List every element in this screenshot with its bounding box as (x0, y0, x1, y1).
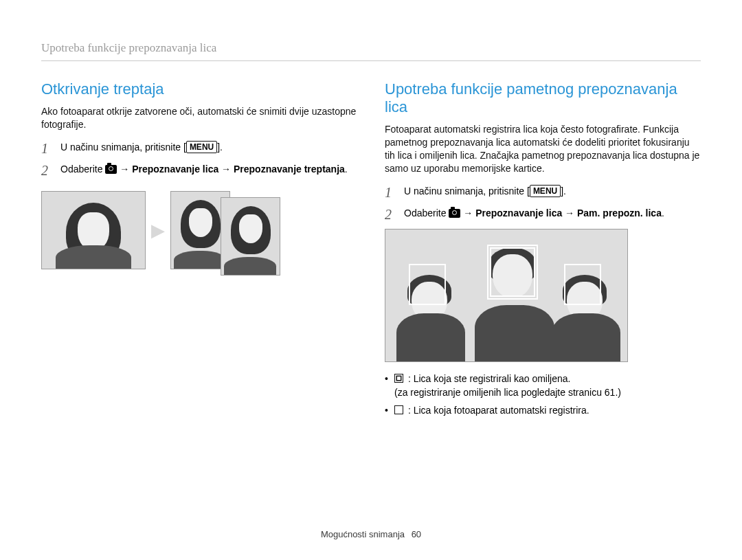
bold-text: Prepoznavanje treptanja (234, 164, 345, 175)
text: : Lica koja ste registrirali kao omiljen… (408, 373, 571, 384)
legend-item-auto: : Lica koja fotoaparat automatski regist… (385, 403, 701, 417)
blink-illustration: ▶ (41, 185, 357, 276)
left-intro: Ako fotoaparat otkrije zatvorene oči, au… (41, 105, 357, 131)
text: (za registriranje omiljenih lica pogleda… (394, 387, 621, 398)
arrow-icon: → (562, 208, 577, 219)
text: : Lica koja fotoaparat automatski regist… (408, 405, 589, 416)
step-number: 1 (41, 141, 54, 156)
left-section-title: Otkrivanje treptaja (41, 80, 357, 98)
right-intro: Fotoaparat automatski registrira lica ko… (385, 123, 701, 175)
step-body: Odaberite → Prepoznavanje lica → Pam. pr… (404, 207, 664, 222)
triangle-right-icon: ▶ (151, 221, 165, 239)
legend-item-favorite: : Lica koja ste registrirali kao omiljen… (385, 372, 701, 400)
arrow-icon: → (218, 164, 234, 175)
text: U načinu snimanja, pritisnite [ (404, 186, 530, 197)
left-step-2: 2 Odaberite → Prepoznavanje lica → Prepo… (41, 163, 357, 178)
legend-list: : Lica koja ste registrirali kao omiljen… (385, 372, 701, 418)
camera-icon (449, 209, 460, 218)
single-square-icon (394, 405, 403, 414)
manual-page: Upotreba funkcije prepoznavanja lica Otk… (0, 0, 742, 560)
step-body: U načinu snimanja, pritisnite [MENU]. (60, 141, 223, 156)
step-number: 1 (385, 185, 397, 200)
camera-icon (105, 165, 117, 174)
arrow-icon: → (460, 208, 475, 219)
menu-button-label: MENU (530, 185, 561, 197)
left-column: Otkrivanje treptaja Ako fotoaparat otkri… (41, 80, 357, 421)
page-number: 60 (412, 529, 421, 539)
text: ]. (561, 186, 566, 197)
text: Odaberite (404, 208, 449, 219)
step-body: Odaberite → Prepoznavanje lica → Prepozn… (60, 163, 348, 178)
footer-section-label: Mogućnosti snimanja (321, 529, 405, 539)
face-box-single (409, 264, 446, 305)
smart-recognition-illustration (385, 229, 628, 362)
illustration-frame-closed-eyes (41, 191, 146, 269)
right-step-2: 2 Odaberite → Prepoznavanje lica → Pam. … (385, 207, 701, 222)
face-box-single (564, 264, 601, 305)
text: . (345, 164, 348, 175)
right-column: Upotreba funkcije pametnog prepoznavanja… (385, 80, 701, 421)
step-number: 2 (385, 207, 397, 222)
running-head: Upotreba funkcije prepoznavanja lica (41, 41, 701, 61)
text: . (662, 208, 664, 219)
bold-text: Prepoznavanje lica (475, 208, 562, 219)
right-step-1: 1 U načinu snimanja, pritisnite [MENU]. (385, 185, 701, 200)
menu-button-label: MENU (186, 141, 217, 153)
illustration-frame-shot-2 (221, 197, 280, 276)
step-body: U načinu snimanja, pritisnite [MENU]. (404, 185, 566, 200)
face-box-favorite (490, 247, 535, 297)
text: U načinu snimanja, pritisnite [ (60, 142, 186, 153)
right-section-title: Upotreba funkcije pametnog prepoznavanja… (385, 80, 701, 116)
step-number: 2 (41, 163, 54, 178)
arrow-icon: → (117, 164, 132, 175)
bold-text: Pam. prepozn. lica (577, 208, 662, 219)
double-square-icon (394, 374, 403, 383)
left-step-1: 1 U načinu snimanja, pritisnite [MENU]. (41, 141, 357, 156)
page-footer: Mogućnosti snimanja 60 (0, 529, 742, 539)
bold-text: Prepoznavanje lica (132, 164, 218, 175)
two-column-layout: Otkrivanje treptaja Ako fotoaparat otkri… (41, 80, 701, 421)
text: ]. (217, 142, 223, 153)
text: Odaberite (60, 164, 105, 175)
